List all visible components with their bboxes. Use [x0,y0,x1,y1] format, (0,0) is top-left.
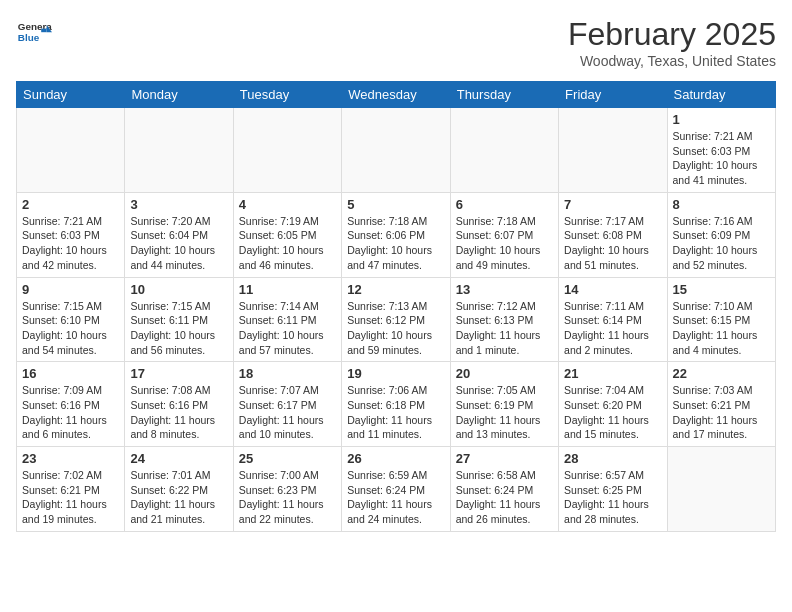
day-info: Sunrise: 7:05 AM Sunset: 6:19 PM Dayligh… [456,383,553,442]
calendar-cell [559,108,667,193]
day-number: 12 [347,282,444,297]
calendar-week-row: 1Sunrise: 7:21 AM Sunset: 6:03 PM Daylig… [17,108,776,193]
day-info: Sunrise: 7:02 AM Sunset: 6:21 PM Dayligh… [22,468,119,527]
logo: General Blue General Blue [16,16,52,52]
day-info: Sunrise: 7:14 AM Sunset: 6:11 PM Dayligh… [239,299,336,358]
calendar-cell: 6Sunrise: 7:18 AM Sunset: 6:07 PM Daylig… [450,192,558,277]
svg-text:Blue: Blue [18,32,40,43]
calendar-cell: 9Sunrise: 7:15 AM Sunset: 6:10 PM Daylig… [17,277,125,362]
calendar-cell: 10Sunrise: 7:15 AM Sunset: 6:11 PM Dayli… [125,277,233,362]
day-info: Sunrise: 7:06 AM Sunset: 6:18 PM Dayligh… [347,383,444,442]
day-number: 7 [564,197,661,212]
calendar-cell: 27Sunrise: 6:58 AM Sunset: 6:24 PM Dayli… [450,447,558,532]
day-number: 9 [22,282,119,297]
day-number: 23 [22,451,119,466]
calendar-cell: 21Sunrise: 7:04 AM Sunset: 6:20 PM Dayli… [559,362,667,447]
day-number: 2 [22,197,119,212]
day-info: Sunrise: 7:21 AM Sunset: 6:03 PM Dayligh… [673,129,770,188]
calendar-cell [125,108,233,193]
day-info: Sunrise: 7:12 AM Sunset: 6:13 PM Dayligh… [456,299,553,358]
calendar-cell: 2Sunrise: 7:21 AM Sunset: 6:03 PM Daylig… [17,192,125,277]
day-info: Sunrise: 7:18 AM Sunset: 6:06 PM Dayligh… [347,214,444,273]
day-number: 6 [456,197,553,212]
column-header-monday: Monday [125,82,233,108]
location: Woodway, Texas, United States [568,53,776,69]
day-info: Sunrise: 7:09 AM Sunset: 6:16 PM Dayligh… [22,383,119,442]
day-info: Sunrise: 7:07 AM Sunset: 6:17 PM Dayligh… [239,383,336,442]
calendar-cell: 12Sunrise: 7:13 AM Sunset: 6:12 PM Dayli… [342,277,450,362]
day-number: 1 [673,112,770,127]
month-title: February 2025 [568,16,776,53]
day-info: Sunrise: 7:03 AM Sunset: 6:21 PM Dayligh… [673,383,770,442]
day-info: Sunrise: 6:58 AM Sunset: 6:24 PM Dayligh… [456,468,553,527]
column-header-tuesday: Tuesday [233,82,341,108]
day-info: Sunrise: 7:15 AM Sunset: 6:10 PM Dayligh… [22,299,119,358]
calendar-week-row: 16Sunrise: 7:09 AM Sunset: 6:16 PM Dayli… [17,362,776,447]
day-number: 25 [239,451,336,466]
calendar-cell: 5Sunrise: 7:18 AM Sunset: 6:06 PM Daylig… [342,192,450,277]
calendar-cell: 3Sunrise: 7:20 AM Sunset: 6:04 PM Daylig… [125,192,233,277]
column-header-wednesday: Wednesday [342,82,450,108]
column-header-thursday: Thursday [450,82,558,108]
calendar-header-row: SundayMondayTuesdayWednesdayThursdayFrid… [17,82,776,108]
calendar-cell: 17Sunrise: 7:08 AM Sunset: 6:16 PM Dayli… [125,362,233,447]
day-info: Sunrise: 7:10 AM Sunset: 6:15 PM Dayligh… [673,299,770,358]
calendar-cell: 25Sunrise: 7:00 AM Sunset: 6:23 PM Dayli… [233,447,341,532]
day-number: 14 [564,282,661,297]
day-number: 20 [456,366,553,381]
calendar-cell [450,108,558,193]
day-info: Sunrise: 7:16 AM Sunset: 6:09 PM Dayligh… [673,214,770,273]
day-number: 4 [239,197,336,212]
calendar-cell: 20Sunrise: 7:05 AM Sunset: 6:19 PM Dayli… [450,362,558,447]
calendar-cell [667,447,775,532]
calendar-cell: 8Sunrise: 7:16 AM Sunset: 6:09 PM Daylig… [667,192,775,277]
day-info: Sunrise: 7:18 AM Sunset: 6:07 PM Dayligh… [456,214,553,273]
day-number: 17 [130,366,227,381]
calendar-table: SundayMondayTuesdayWednesdayThursdayFrid… [16,81,776,532]
day-number: 16 [22,366,119,381]
calendar-cell: 11Sunrise: 7:14 AM Sunset: 6:11 PM Dayli… [233,277,341,362]
day-number: 10 [130,282,227,297]
calendar-cell: 4Sunrise: 7:19 AM Sunset: 6:05 PM Daylig… [233,192,341,277]
day-info: Sunrise: 7:00 AM Sunset: 6:23 PM Dayligh… [239,468,336,527]
day-info: Sunrise: 6:57 AM Sunset: 6:25 PM Dayligh… [564,468,661,527]
calendar-cell [342,108,450,193]
calendar-cell: 13Sunrise: 7:12 AM Sunset: 6:13 PM Dayli… [450,277,558,362]
calendar-cell: 15Sunrise: 7:10 AM Sunset: 6:15 PM Dayli… [667,277,775,362]
day-number: 21 [564,366,661,381]
day-info: Sunrise: 7:21 AM Sunset: 6:03 PM Dayligh… [22,214,119,273]
day-number: 8 [673,197,770,212]
day-info: Sunrise: 7:11 AM Sunset: 6:14 PM Dayligh… [564,299,661,358]
calendar-cell [17,108,125,193]
calendar-cell: 23Sunrise: 7:02 AM Sunset: 6:21 PM Dayli… [17,447,125,532]
title-block: February 2025 Woodway, Texas, United Sta… [568,16,776,69]
day-info: Sunrise: 7:17 AM Sunset: 6:08 PM Dayligh… [564,214,661,273]
calendar-cell: 22Sunrise: 7:03 AM Sunset: 6:21 PM Dayli… [667,362,775,447]
calendar-cell: 26Sunrise: 6:59 AM Sunset: 6:24 PM Dayli… [342,447,450,532]
day-number: 26 [347,451,444,466]
calendar-cell: 24Sunrise: 7:01 AM Sunset: 6:22 PM Dayli… [125,447,233,532]
day-number: 24 [130,451,227,466]
day-number: 11 [239,282,336,297]
day-info: Sunrise: 7:04 AM Sunset: 6:20 PM Dayligh… [564,383,661,442]
day-number: 22 [673,366,770,381]
calendar-cell: 18Sunrise: 7:07 AM Sunset: 6:17 PM Dayli… [233,362,341,447]
calendar-cell: 16Sunrise: 7:09 AM Sunset: 6:16 PM Dayli… [17,362,125,447]
calendar-cell: 7Sunrise: 7:17 AM Sunset: 6:08 PM Daylig… [559,192,667,277]
calendar-week-row: 2Sunrise: 7:21 AM Sunset: 6:03 PM Daylig… [17,192,776,277]
day-info: Sunrise: 7:15 AM Sunset: 6:11 PM Dayligh… [130,299,227,358]
day-number: 27 [456,451,553,466]
day-number: 18 [239,366,336,381]
column-header-friday: Friday [559,82,667,108]
page-header: General Blue General Blue February 2025 … [16,16,776,69]
day-info: Sunrise: 6:59 AM Sunset: 6:24 PM Dayligh… [347,468,444,527]
column-header-saturday: Saturday [667,82,775,108]
calendar-cell: 28Sunrise: 6:57 AM Sunset: 6:25 PM Dayli… [559,447,667,532]
calendar-cell: 19Sunrise: 7:06 AM Sunset: 6:18 PM Dayli… [342,362,450,447]
calendar-week-row: 23Sunrise: 7:02 AM Sunset: 6:21 PM Dayli… [17,447,776,532]
calendar-cell: 14Sunrise: 7:11 AM Sunset: 6:14 PM Dayli… [559,277,667,362]
day-info: Sunrise: 7:13 AM Sunset: 6:12 PM Dayligh… [347,299,444,358]
day-info: Sunrise: 7:20 AM Sunset: 6:04 PM Dayligh… [130,214,227,273]
day-number: 5 [347,197,444,212]
day-number: 3 [130,197,227,212]
